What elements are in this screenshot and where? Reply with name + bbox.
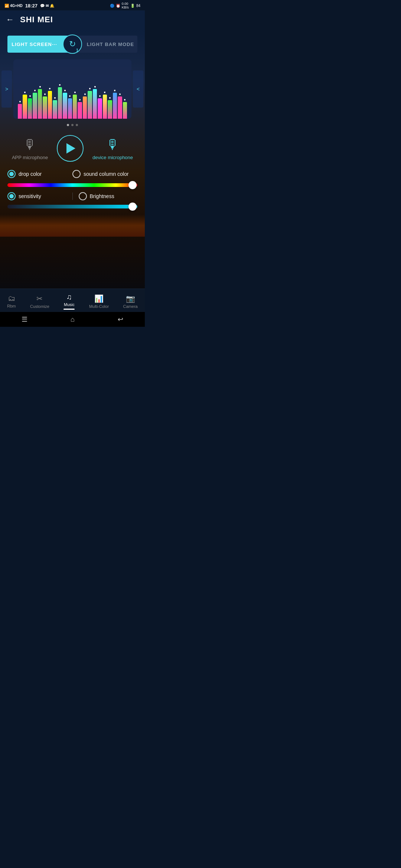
rbm-label: Rbm [7, 304, 16, 308]
msg-icon: ✉ [46, 4, 49, 8]
multicolor-label: Multi-Color [89, 304, 109, 309]
home-icon[interactable]: ⌂ [71, 316, 75, 323]
wechat-icon: 💬 [40, 4, 45, 8]
back-nav-icon[interactable]: ↩ [118, 315, 123, 323]
status-right: 🔵 ⏰ 0.00KB/s 🔋 84 [110, 2, 140, 9]
horizon-glow [0, 214, 145, 237]
device-mic-item[interactable]: 🎙 device microphone [92, 137, 133, 160]
nav-rbm[interactable]: 🗂 Rbm [4, 293, 19, 309]
eq-bar-14 [88, 91, 92, 119]
eq-bar-0 [18, 104, 22, 119]
signal-text: 4G+HD [10, 4, 23, 8]
cyan-slider-container [0, 202, 145, 214]
eq-bar-21 [123, 102, 127, 119]
page-dot-1 [67, 124, 69, 126]
bluetooth-icon: 🔵 [110, 4, 114, 8]
color-slider-container [0, 180, 145, 189]
options-row: sensitivity Brightness [0, 189, 145, 202]
status-left: 📶 4G+HD 18:27 💬 ✉ 🔔 [4, 3, 54, 9]
mode-toggle-container: LIGHT SCREEN··· ↻ 1 LIGHT BAR MODE [0, 29, 145, 56]
eq-bar-20 [118, 96, 122, 119]
eq-bar-12 [78, 102, 82, 119]
eq-preview [13, 59, 131, 119]
color-options: drop color sound column color [0, 168, 145, 180]
main-content: LIGHT SCREEN··· ↻ 1 LIGHT BAR MODE > < 🎙 [0, 29, 145, 289]
brightness-label: Brightness [90, 193, 114, 199]
sound-column-option[interactable]: sound column color [72, 170, 137, 178]
mode-switch-btn[interactable]: ↻ 1 [63, 34, 82, 54]
status-bar: 📶 4G+HD 18:27 💬 ✉ 🔔 🔵 ⏰ 0.00KB/s 🔋 84 [0, 0, 145, 10]
mode-badge: 1 [76, 48, 78, 52]
camera-icon: 📷 [126, 294, 135, 303]
play-triangle-icon [66, 143, 75, 154]
nav-customize[interactable]: ✂ Customize [27, 293, 52, 309]
device-mic-icon: 🎙 [106, 137, 120, 152]
eq-bar-8 [58, 87, 62, 119]
customize-label: Customize [30, 304, 49, 309]
refresh-icon: ↻ [69, 39, 76, 49]
sound-column-radio[interactable] [72, 170, 81, 178]
eq-bar-4 [38, 89, 42, 119]
sound-column-label: sound column color [84, 171, 128, 177]
multicolor-icon: 📊 [94, 294, 104, 303]
eq-bar-18 [108, 100, 112, 119]
nav-multicolor[interactable]: 📊 Multi-Color [86, 293, 112, 309]
music-icon: ♫ [66, 293, 72, 301]
mic-controls: 🎙 APP microphone 🎙 device microphone [0, 128, 145, 168]
eq-bar-5 [43, 96, 47, 119]
alarm-icon: ⏰ [116, 4, 120, 8]
nav-camera[interactable]: 📷 Camera [120, 293, 141, 309]
system-nav: ☰ ⌂ ↩ [0, 312, 145, 327]
header: ← SHI MEI [0, 10, 145, 29]
color-slider[interactable] [7, 183, 137, 187]
menu-icon[interactable]: ☰ [22, 315, 27, 323]
bottom-nav: 🗂 Rbm ✂ Customize ♫ Music 📊 Multi-Color … [0, 289, 145, 312]
eq-bar-3 [33, 93, 37, 119]
eq-next-btn[interactable]: < [133, 70, 143, 108]
eq-bar-19 [113, 93, 117, 119]
brightness-option[interactable]: Brightness [79, 192, 138, 200]
eq-bar-17 [103, 95, 107, 119]
eq-bar-10 [68, 98, 72, 119]
drop-color-option[interactable]: drop color [7, 170, 72, 178]
music-label: Music [64, 302, 75, 307]
alert-icon: 🔔 [50, 4, 54, 8]
sensitivity-label: sensitivity [19, 193, 41, 199]
network-speed: 0.00KB/s [122, 2, 129, 9]
time-display: 18:27 [25, 3, 38, 9]
mode-toggle: LIGHT SCREEN··· ↻ 1 LIGHT BAR MODE [7, 36, 137, 53]
eq-bar-15 [93, 89, 97, 119]
play-button[interactable] [57, 135, 84, 162]
back-button[interactable]: ← [6, 15, 14, 24]
nav-music[interactable]: ♫ Music [61, 292, 78, 310]
page-dot-3 [76, 124, 78, 126]
music-active-bar [63, 309, 75, 310]
page-dots [0, 122, 145, 128]
sensitivity-option[interactable]: sensitivity [7, 192, 66, 200]
drop-color-radio[interactable] [7, 170, 16, 178]
sensitivity-radio[interactable] [7, 192, 16, 200]
eq-bar-16 [98, 98, 102, 119]
brightness-radio[interactable] [79, 192, 87, 200]
battery-icon: 🔋 [130, 4, 135, 8]
color-slider-thumb[interactable] [128, 181, 137, 189]
signal-icon: 📶 [4, 4, 9, 8]
eq-bar-7 [53, 100, 57, 119]
device-mic-label: device microphone [92, 155, 133, 160]
rbm-icon: 🗂 [8, 294, 15, 303]
cyan-slider-thumb[interactable] [128, 203, 137, 211]
cyan-slider[interactable] [7, 205, 137, 208]
battery-text: 84 [136, 4, 140, 8]
light-bar-mode-btn[interactable]: LIGHT BAR MODE [72, 36, 137, 53]
eq-bar-11 [73, 95, 77, 119]
app-mic-item[interactable]: 🎙 APP microphone [12, 137, 48, 160]
page-title: SHI MEI [20, 15, 53, 24]
camera-label: Camera [123, 304, 138, 309]
app-mic-label: APP microphone [12, 155, 48, 160]
eq-container: > < [0, 56, 145, 122]
eq-bar-13 [83, 96, 87, 119]
app-mic-icon: 🎙 [23, 137, 37, 152]
eq-prev-btn[interactable]: > [1, 70, 12, 108]
drop-color-label: drop color [19, 171, 42, 177]
eq-bars [18, 74, 127, 119]
